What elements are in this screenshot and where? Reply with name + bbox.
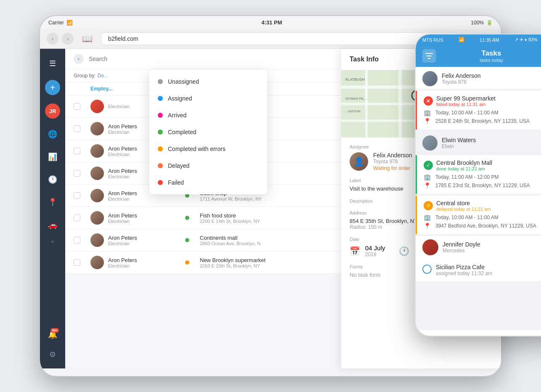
status-item-completed-errors[interactable]: Completed with errors bbox=[149, 140, 267, 157]
employee-name: Aron Peters bbox=[108, 146, 137, 152]
forward-button[interactable]: › bbox=[62, 33, 74, 45]
col-checkbox bbox=[74, 86, 90, 92]
elwin-info: Elwin Waters Elwin bbox=[442, 137, 476, 149]
employee-role: Electrician bbox=[108, 241, 137, 246]
status-item-arrived[interactable]: Arrived bbox=[149, 107, 267, 124]
add-button[interactable]: + bbox=[45, 80, 60, 95]
task-header: ✓ Central Brooklyn Mall done today at 11… bbox=[424, 159, 541, 171]
sidebar-icon-car[interactable]: 🚗 bbox=[45, 218, 60, 232]
employee-info: Aron Peters Electrician bbox=[108, 235, 137, 246]
jennifer-name: Jennifer Doyle bbox=[443, 241, 480, 248]
sicilian-card[interactable]: Sicilian Pizza Cafe assigned today 11:32… bbox=[416, 259, 541, 281]
task-address: 2528 E 24th St, Brooklyn, NY 11235, USA bbox=[435, 118, 530, 124]
employee-role: Electrician bbox=[108, 196, 137, 201]
delayed-status-icon: ⚡ bbox=[424, 201, 433, 210]
employee-avatar bbox=[90, 256, 104, 269]
svg-text:FLATBUSH: FLATBUSH bbox=[345, 77, 365, 82]
bookmarks-icon[interactable]: 📖 bbox=[79, 34, 96, 44]
felix-avatar bbox=[422, 71, 438, 86]
phone-subtitle: tasks today bbox=[436, 58, 541, 63]
group-by-label: Group by: bbox=[74, 73, 96, 79]
browser-nav: ‹ › bbox=[47, 33, 74, 45]
sicilian-name: Sicilian Pizza Cafe bbox=[436, 264, 492, 270]
arrived-label: Arrived bbox=[168, 112, 186, 119]
filter-svg bbox=[425, 53, 433, 59]
employee-role: Electrician bbox=[108, 130, 137, 135]
row-checkbox[interactable] bbox=[74, 170, 80, 177]
task-card-central-brooklyn[interactable]: ✓ Central Brooklyn Mall done today at 11… bbox=[416, 155, 541, 194]
task-name-area: Central Brooklyn Mall done today at 11:2… bbox=[436, 159, 492, 171]
task-name-area: Super 99 Supermarket failed today at 11:… bbox=[436, 95, 496, 107]
task-time-row: 🏢 Today, 11:00 AM - 12:00 PM bbox=[424, 173, 541, 181]
time-icon: 🏢 bbox=[424, 174, 432, 180]
date-value-area: 04 July 2018 bbox=[365, 244, 385, 257]
user-avatar[interactable]: JR bbox=[45, 103, 60, 119]
status-item-assigned[interactable]: Assigned bbox=[149, 90, 267, 107]
calendar-icon: 📅 bbox=[350, 246, 360, 256]
date-year: 2018 bbox=[365, 252, 385, 257]
completed-errors-label: Completed with errors bbox=[168, 146, 225, 152]
sidebar-icon-clock[interactable]: 🕐 bbox=[45, 172, 60, 187]
done-status-icon: ✓ bbox=[424, 161, 433, 170]
back-button[interactable]: ‹ bbox=[47, 33, 58, 45]
row-checkbox[interactable] bbox=[74, 192, 80, 199]
employee-avatar bbox=[90, 122, 104, 135]
row-checkbox[interactable] bbox=[74, 148, 80, 154]
phone-status-bar: MTS RUS 📶 11:35 AM ↗ ✈ ♦ 93% 🔋 bbox=[416, 34, 541, 45]
assigned-dot bbox=[158, 96, 163, 101]
task-card-super99[interactable]: ✕ Super 99 Supermarket failed today at 1… bbox=[416, 91, 541, 130]
employee-role: Electrician bbox=[108, 263, 137, 268]
carrier-label: Carrier bbox=[48, 20, 64, 26]
sidebar-dot bbox=[51, 241, 54, 243]
row-checkbox[interactable] bbox=[74, 103, 80, 110]
delayed-dot bbox=[158, 163, 163, 168]
notification-badge: 99+ bbox=[50, 328, 59, 333]
assignee-name: Felix Anderson bbox=[373, 152, 412, 159]
task-card-inner: ⚡ Central store delayed today at 11:21 a… bbox=[417, 196, 541, 234]
employee-avatar bbox=[90, 211, 104, 225]
collapse-button[interactable]: ‹ bbox=[74, 54, 84, 64]
row-checkbox[interactable] bbox=[74, 215, 80, 221]
task-card-central-store[interactable]: ⚡ Central store delayed today at 11:21 a… bbox=[416, 196, 541, 234]
address-bar[interactable]: b2field.com ↻ bbox=[101, 32, 458, 45]
task-addr-row: 📍 3947 Bedford Ave, Brooklyn, NY 11229, … bbox=[424, 222, 541, 230]
employee-name: Aron Peters bbox=[108, 123, 137, 130]
row-checkbox[interactable] bbox=[74, 125, 80, 132]
status-dot-green bbox=[185, 216, 189, 220]
employee-cell: Aron Peters Electrician bbox=[90, 233, 175, 247]
task-card-inner: ✕ Super 99 Supermarket failed today at 1… bbox=[417, 91, 541, 130]
completed-dot bbox=[158, 130, 163, 135]
jennifer-info: Jennifer Doyle Mercedes bbox=[443, 241, 480, 254]
wifi-icon: 📶 bbox=[66, 20, 73, 26]
group-by-value[interactable]: Do... bbox=[98, 73, 108, 79]
filter-icon[interactable] bbox=[422, 49, 436, 63]
sicilian-status: assigned today 11:32 am bbox=[436, 270, 492, 276]
row-checkbox[interactable] bbox=[74, 237, 80, 244]
hamburger-menu[interactable]: ☰ bbox=[46, 56, 59, 72]
status-item-completed[interactable]: Completed bbox=[149, 124, 267, 140]
assignee-info: Felix Anderson Toyota 978 Waiting for or… bbox=[373, 152, 412, 171]
status-item-unassigned[interactable]: Unassigned bbox=[149, 73, 267, 90]
battery-icon: 🔋 bbox=[486, 20, 493, 26]
failed-label: Failed bbox=[168, 179, 184, 186]
svg-text:...NGTON: ...NGTON bbox=[345, 109, 361, 113]
phone-body: Felix Anderson Toyota 978 ✕ Super 99 Sup… bbox=[416, 67, 541, 330]
notifications-button[interactable]: 🔔 99+ bbox=[48, 330, 57, 339]
employee-info: Aron Peters Electrician bbox=[108, 146, 137, 157]
url-text: b2field.com bbox=[108, 35, 138, 42]
unassigned-label: Unassigned bbox=[168, 78, 199, 85]
status-dot-orange bbox=[185, 260, 189, 265]
status-item-delayed[interactable]: Delayed bbox=[149, 157, 267, 174]
employee-info: Electrician bbox=[108, 104, 130, 109]
sidebar-icon-settings[interactable]: ⚙ bbox=[47, 347, 58, 362]
failed-status-icon: ✕ bbox=[424, 96, 433, 106]
employee-name: Aron Peters bbox=[108, 235, 137, 241]
row-checkbox[interactable] bbox=[74, 259, 80, 266]
completed-label: Completed bbox=[168, 129, 196, 135]
employee-info: Aron Peters Electrician bbox=[108, 212, 137, 224]
status-item-failed[interactable]: Failed bbox=[149, 174, 267, 191]
assignee-status: Waiting for order bbox=[373, 165, 412, 171]
sidebar-icon-location[interactable]: 📍 bbox=[45, 195, 60, 209]
sidebar-icon-globe[interactable]: 🌐 bbox=[45, 127, 60, 141]
sidebar-icon-chart[interactable]: 📊 bbox=[45, 150, 60, 164]
